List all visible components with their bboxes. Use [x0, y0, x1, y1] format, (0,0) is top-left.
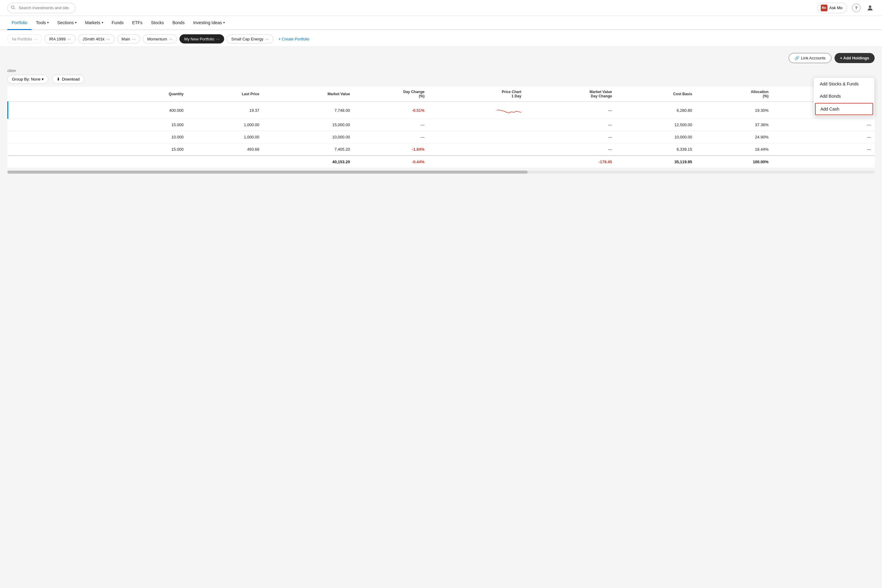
nav-item-markets[interactable]: Markets ▾	[81, 16, 108, 30]
row-3-mvdc: —	[525, 131, 616, 143]
row-3-name	[8, 131, 120, 143]
nav-item-funds[interactable]: Funds	[108, 16, 128, 30]
nav-item-investing-ideas[interactable]: Investing Ideas ▾	[189, 16, 229, 30]
row-4-last-price: 493.68	[187, 143, 263, 156]
add-holdings-dropdown: Add Stocks & Funds Add Bonds Add Cash	[813, 78, 874, 116]
row-1-name	[8, 102, 120, 119]
portfolio-tabs: he Portfolio ··· IRA 1999 ··· JSmith 401…	[0, 30, 882, 47]
portfolio-tab-smallcapenergy[interactable]: Small Cap Energy ···	[226, 34, 273, 44]
footer-rating	[772, 156, 874, 168]
row-3-market-value: 10,000.00	[263, 131, 354, 143]
footer-quantity	[119, 156, 187, 168]
row-4-market-value: 7,405.20	[263, 143, 354, 156]
investing-ideas-chevron-icon: ▾	[223, 21, 225, 24]
portfolio-tab-momentum[interactable]: Momentum ···	[143, 34, 177, 44]
group-by-button[interactable]: Group By: None ▾	[8, 75, 48, 84]
sparkline-chart	[497, 106, 521, 115]
row-3-day-change: —	[354, 131, 428, 143]
search-wrapper	[8, 3, 185, 13]
portfolio-tab-jsmith401k[interactable]: JSmith 401k ···	[78, 34, 114, 44]
user-avatar[interactable]	[866, 3, 874, 12]
nav-item-portfolio[interactable]: Portfolio	[8, 16, 32, 30]
footer-last-price	[187, 156, 263, 168]
footer-market-value: 40,153.20	[263, 156, 354, 168]
row-2-market-value: 15,000.00	[263, 119, 354, 131]
nav-right: Mo Ask Mo ?	[818, 3, 874, 13]
svg-line-1	[14, 8, 15, 9]
portfolio-tab-mynewportfolio[interactable]: My New Portfolio ···	[180, 34, 224, 44]
ask-mo-button[interactable]: Mo Ask Mo	[818, 3, 847, 13]
table-row: 15.000 493.68 7,405.20 -1.84% — 6,339.15…	[8, 143, 875, 156]
tab-dots-icon: ···	[132, 36, 136, 41]
row-2-mvdc: —	[525, 119, 616, 131]
row-3-price-chart	[428, 131, 525, 143]
row-1-last-price: 19.37	[187, 102, 263, 119]
table-row: 10.000 1,000.00 10,000.00 — — 10,000.00 …	[8, 131, 875, 143]
col-header-last-price: Last Price	[187, 87, 263, 102]
svg-point-2	[869, 6, 871, 8]
content-area: 🔗 Link Accounts + Add Holdings Add Stock…	[0, 47, 882, 588]
help-button[interactable]: ?	[852, 4, 861, 12]
ask-mo-label: Ask Mo	[830, 6, 843, 10]
section-label-area: ction	[8, 68, 874, 73]
row-2-quantity: 15.000	[119, 119, 187, 131]
col-header-allocation: Allocation(%)	[696, 87, 772, 102]
table-row: 400.000 19.37 7,748.00 -0.51% — 6,280.80…	[8, 102, 875, 119]
dropdown-add-bonds[interactable]: Add Bonds	[814, 90, 874, 102]
row-1-quantity: 400.000	[119, 102, 187, 119]
dropdown-add-cash[interactable]: Add Cash	[815, 103, 873, 115]
tab-dots-icon: ···	[68, 36, 71, 41]
add-holdings-button[interactable]: + Add Holdings	[834, 53, 874, 63]
col-header-market-value: Market Value	[263, 87, 354, 102]
footer-mvdc: -178.45	[525, 156, 616, 168]
row-1-mvdc: —	[525, 102, 616, 119]
row-2-last-price: 1,000.00	[187, 119, 263, 131]
row-4-day-change: -1.84%	[354, 143, 428, 156]
action-buttons: 🔗 Link Accounts + Add Holdings	[8, 53, 874, 63]
tools-chevron-icon: ▾	[47, 21, 49, 24]
svg-point-0	[11, 6, 14, 8]
create-portfolio-button[interactable]: + Create Portfolio	[278, 37, 310, 41]
footer-cost-basis: 35,119.95	[616, 156, 696, 168]
ask-mo-icon: Mo	[821, 4, 828, 11]
col-header-day-change: Day Change(%)	[354, 87, 428, 102]
portfolio-tab-main[interactable]: Main ···	[117, 34, 140, 44]
row-4-price-chart	[428, 143, 525, 156]
scrollbar-thumb[interactable]	[8, 171, 528, 174]
group-by-chevron-icon: ▾	[42, 77, 44, 81]
row-1-cost-basis: 6,280.80	[616, 102, 696, 119]
row-3-last-price: 1,000.00	[187, 131, 263, 143]
row-4-cost-basis: 6,339.15	[616, 143, 696, 156]
portfolio-tab-ira1999[interactable]: IRA 1999 ···	[44, 34, 75, 44]
link-accounts-button[interactable]: 🔗 Link Accounts	[789, 53, 831, 63]
horizontal-scrollbar[interactable]	[8, 171, 874, 174]
section-label-text: ction	[8, 68, 16, 73]
row-1-price-chart	[428, 102, 525, 119]
row-4-quantity: 15.000	[119, 143, 187, 156]
row-4-name	[8, 143, 120, 156]
toolbar-row: Group By: None ▾ ⬇ Download	[8, 75, 874, 87]
nav-item-stocks[interactable]: Stocks	[147, 16, 168, 30]
download-button[interactable]: ⬇ Download	[52, 75, 84, 84]
portfolio-table: Quantity Last Price Market Value Day Cha…	[8, 87, 874, 168]
search-input[interactable]	[8, 3, 75, 13]
row-1-allocation: 19.30%	[696, 102, 772, 119]
nav-item-etfs[interactable]: ETFs	[128, 16, 146, 30]
portfolio-table-wrapper: Quantity Last Price Market Value Day Cha…	[8, 87, 874, 168]
row-2-price-chart	[428, 119, 525, 131]
footer-day-change: -0.44%	[354, 156, 428, 168]
row-3-rating: —	[772, 131, 874, 143]
nav-item-bonds[interactable]: Bonds	[168, 16, 189, 30]
footer-allocation: 100.00%	[696, 156, 772, 168]
row-3-allocation: 24.90%	[696, 131, 772, 143]
dropdown-add-stocks-funds[interactable]: Add Stocks & Funds	[814, 78, 874, 90]
tab-dots-icon: ···	[169, 36, 173, 41]
nav-item-tools[interactable]: Tools ▾	[32, 16, 53, 30]
row-1-day-change: -0.51%	[354, 102, 428, 119]
row-2-name	[8, 119, 120, 131]
row-3-quantity: 10.000	[119, 131, 187, 143]
table-footer-row: 40,153.20 -0.44% -178.45 35,119.95 100.0…	[8, 156, 875, 168]
col-header-quantity: Quantity	[119, 87, 187, 102]
portfolio-tab-heportfolio[interactable]: he Portfolio ···	[8, 34, 42, 44]
nav-item-sections[interactable]: Sections ▾	[53, 16, 81, 30]
